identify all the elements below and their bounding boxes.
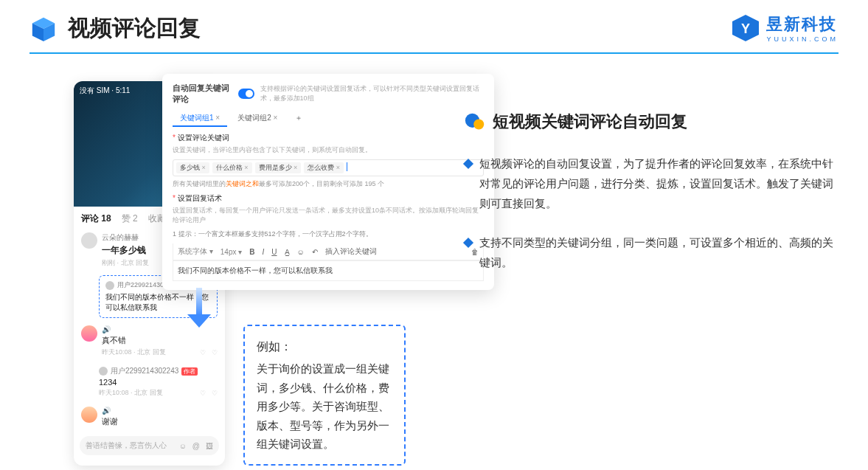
kw-section-desc: 设置关键词，当评论里内容包含了以下关键词，则系统可自动回复。 xyxy=(173,145,484,155)
auto-reply-toggle[interactable] xyxy=(238,89,254,99)
editor-toolbar: 系统字体 ▾ 14px ▾ B I U A̲ ☺ ↶ 插入评论关键词 🗑 xyxy=(173,243,484,260)
size-select[interactable]: 14px ▾ xyxy=(221,248,242,256)
emoji-icon[interactable]: ☺ xyxy=(297,248,305,256)
add-tab-button[interactable]: ＋ xyxy=(288,111,310,127)
kw-tag[interactable]: 怎么收费 xyxy=(304,162,344,173)
kwgroup-tab-2[interactable]: 关键词组2 xyxy=(230,111,285,127)
reply-tip: 1 提示：一个富文本框最多支持512个字符，一个汉字占用2个字符。 xyxy=(173,229,484,239)
kw-note: 所有关键词组里的关键词之和最多可添加200个，目前剩余可添加 195 个 xyxy=(173,179,484,189)
c4-name: 🔊 xyxy=(102,407,218,415)
c1-meta: 刚刚 · 北京 回复 xyxy=(102,258,149,268)
undo-icon[interactable]: ↶ xyxy=(312,248,318,256)
kw-tag[interactable]: 什么价格 xyxy=(212,162,252,173)
example-body: 关于询价的设置成一组关键词，多少钱、什么价格，费用多少等。关于咨询班型、版本、型… xyxy=(257,359,392,454)
svg-text:Y: Y xyxy=(741,21,750,36)
arrow-icon xyxy=(184,288,214,332)
switch-label: 自动回复关键词评论 xyxy=(173,83,232,105)
insert-kw-button[interactable]: 插入评论关键词 xyxy=(325,246,377,257)
switch-desc: 支持根据评论的关键词设置回复话术，可以针对不同类型关键词设置回复话术，最多添加1… xyxy=(260,84,484,103)
bullet-2: 支持不同类型的关键词分组，同一类问题，可设置多个相近的、高频的关键词。 xyxy=(465,232,841,272)
c2-meta: 昨天10:08 · 北京 回复 xyxy=(102,348,166,357)
kw-tag[interactable]: 多少钱 xyxy=(176,162,209,173)
comment-placeholder: 善语结善缘，恶言伤人心 xyxy=(86,440,167,451)
heart-icon[interactable]: ♡ ♡ xyxy=(200,349,218,356)
keyword-input[interactable]: 多少钱 什么价格 费用是多少 怎么收费 xyxy=(173,159,484,176)
example-box: 例如： 关于询价的设置成一组关键词，多少钱、什么价格，费用多少等。关于咨询班型、… xyxy=(243,325,406,466)
section-title: 短视频关键词评论自动回复 xyxy=(493,111,687,133)
editor-content[interactable]: 我们不同的版本价格不一样，您可以私信联系我 xyxy=(173,260,484,281)
divider xyxy=(29,52,839,54)
bold-icon[interactable]: B xyxy=(249,248,254,256)
chat-bubble-icon xyxy=(465,111,485,132)
logo-mark-icon: Y xyxy=(731,13,760,43)
diamond-icon xyxy=(463,159,473,169)
avatar xyxy=(81,325,97,342)
bullet-2-text: 支持不同类型的关键词分组，同一类问题，可设置多个相近的、高频的关键词。 xyxy=(479,232,841,272)
at-icon[interactable]: @ xyxy=(192,442,200,450)
comment-3: 用户2299214302243 作者 1234 昨天10:08 · 北京 回复 … xyxy=(74,362,225,402)
heart-icon[interactable]: ♡ ♡ xyxy=(200,390,218,397)
kw-tag[interactable]: 费用是多少 xyxy=(255,162,302,173)
font-select[interactable]: 系统字体 ▾ xyxy=(178,246,213,257)
kw-section-label: 设置评论关键词 xyxy=(173,133,484,143)
avatar xyxy=(81,407,97,423)
avatar xyxy=(81,232,97,249)
emoji-icon[interactable]: ☺ xyxy=(179,442,187,450)
page-title: 视频评论回复 xyxy=(68,13,201,44)
reply-section-desc: 设置回复话术，每回复一个用户评论只发送一条话术，最多支持设置10条不同话术。按添… xyxy=(173,206,484,225)
svg-point-6 xyxy=(473,120,484,130)
diamond-icon xyxy=(463,238,473,248)
logo-cn: 昱新科技 xyxy=(766,13,839,35)
reply-section-label: 设置回复话术 xyxy=(173,193,484,204)
underline-icon[interactable]: U xyxy=(271,248,277,256)
example-title: 例如： xyxy=(257,336,392,356)
author-badge: 作者 xyxy=(181,367,198,376)
tab-comments[interactable]: 评论 18 xyxy=(81,212,111,225)
italic-icon[interactable]: I xyxy=(262,248,264,256)
tab-likes[interactable]: 赞 2 xyxy=(122,212,138,225)
bullet-1-text: 短视频评论的自动回复设置，为了提升作者的评论回复效率，在系统中针对常见的评论用户… xyxy=(479,153,841,213)
brand-logo: Y 昱新科技 YUUXIN.COM xyxy=(731,13,839,43)
image-icon[interactable]: 🖼 xyxy=(206,442,213,450)
c4-text: 谢谢 xyxy=(102,416,218,427)
bullet-1: 短视频评论的自动回复设置，为了提升作者的评论回复效率，在系统中针对常见的评论用户… xyxy=(465,153,841,213)
c3-meta: 昨天10:08 · 北京 回复 xyxy=(99,388,163,398)
c3-name: 用户2299214302243 xyxy=(111,366,178,376)
config-panel: 自动回复关键词评论 支持根据评论的关键词设置回复话术，可以针对不同类型关键词设置… xyxy=(162,74,494,290)
c3-text: 1234 xyxy=(99,378,218,387)
cube-icon xyxy=(29,15,58,43)
c2-text: 真不错 xyxy=(102,335,218,346)
color-icon[interactable]: A̲ xyxy=(285,248,290,256)
logo-en: YUUXIN.COM xyxy=(766,35,839,43)
comment-input[interactable]: 善语结善缘，恶言伤人心 ☺ @ 🖼 xyxy=(80,436,219,455)
kwgroup-tab-1[interactable]: 关键词组1 xyxy=(173,111,227,127)
comment-4: 🔊 谢谢 xyxy=(74,402,225,432)
